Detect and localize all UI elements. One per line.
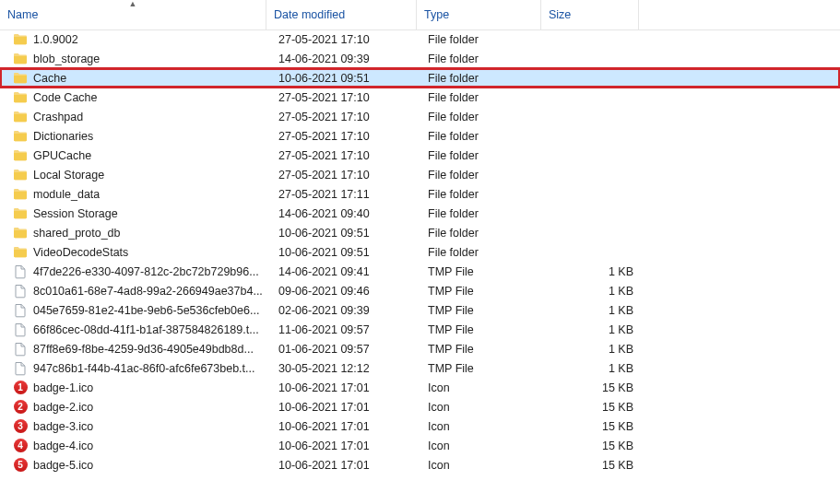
cell-type: File folder xyxy=(420,72,544,85)
item-name: 8c010a61-68e7-4ad8-99a2-266949ae37b4... xyxy=(33,285,263,298)
item-name: badge-2.ico xyxy=(33,401,93,414)
list-item[interactable]: 045e7659-81e2-41be-9eb6-5e536cfeb0e6...0… xyxy=(0,300,840,320)
cell-size: 15 KB xyxy=(544,401,648,414)
folder-icon xyxy=(13,129,28,144)
cell-name: Cache xyxy=(0,71,271,86)
cell-date: 30-05-2021 12:12 xyxy=(271,362,420,375)
cell-type: TMP File xyxy=(420,285,544,298)
cell-name: Session Storage xyxy=(0,206,271,221)
folder-icon xyxy=(13,32,28,47)
item-name: GPUCache xyxy=(33,149,91,162)
file-icon xyxy=(13,361,28,376)
column-header-size[interactable]: Size xyxy=(541,0,638,29)
column-header-name[interactable]: Name ▲ xyxy=(0,0,266,29)
sort-ascending-icon: ▲ xyxy=(129,0,137,8)
list-item[interactable]: 4badge-4.ico10-06-2021 17:01Icon15 KB xyxy=(0,436,840,455)
list-item[interactable]: 947c86b1-f44b-41ac-86f0-afc6fe673beb.t..… xyxy=(0,358,840,378)
item-name: Crashpad xyxy=(33,111,83,123)
file-list[interactable]: 1.0.900227-05-2021 17:10File folderblob_… xyxy=(0,29,840,504)
item-name: module_data xyxy=(33,188,100,201)
item-name: Code Cache xyxy=(33,91,98,104)
cell-name: Code Cache xyxy=(0,90,271,105)
list-item[interactable]: GPUCache27-05-2021 17:10File folder xyxy=(0,146,840,165)
cell-date: 10-06-2021 17:01 xyxy=(271,459,420,472)
list-item[interactable]: Crashpad27-05-2021 17:10File folder xyxy=(0,107,840,126)
cell-type: File folder xyxy=(420,111,544,123)
cell-size: 1 KB xyxy=(544,285,648,298)
item-name: 87ff8e69-f8be-4259-9d36-4905e49bdb8d... xyxy=(33,343,254,356)
column-header-date-label: Date modified xyxy=(274,8,345,21)
folder-icon xyxy=(13,245,28,260)
list-item[interactable]: blob_storage14-06-2021 09:39File folder xyxy=(0,49,840,68)
folder-icon xyxy=(13,71,28,86)
cell-name: 3badge-3.ico xyxy=(0,419,271,434)
folder-icon xyxy=(13,226,28,240)
cell-date: 27-05-2021 17:10 xyxy=(271,33,420,46)
cell-type: File folder xyxy=(420,227,544,240)
cell-type: File folder xyxy=(420,91,544,104)
cell-date: 27-05-2021 17:10 xyxy=(271,111,420,123)
cell-size: 1 KB xyxy=(544,323,648,336)
list-item[interactable]: shared_proto_db10-06-2021 09:51File fold… xyxy=(0,223,840,242)
cell-date: 27-05-2021 17:10 xyxy=(271,91,420,104)
list-item[interactable]: module_data27-05-2021 17:11File folder xyxy=(0,184,840,204)
list-item[interactable]: Dictionaries27-05-2021 17:10File folder xyxy=(0,126,840,146)
list-item[interactable]: 87ff8e69-f8be-4259-9d36-4905e49bdb8d...0… xyxy=(0,339,840,358)
list-item[interactable]: 66f86cec-08dd-41f1-b1af-387584826189.t..… xyxy=(0,320,840,339)
list-item[interactable]: Code Cache27-05-2021 17:10File folder xyxy=(0,88,840,107)
cell-name: Crashpad xyxy=(0,110,271,124)
cell-type: File folder xyxy=(420,149,544,162)
cell-date: 10-06-2021 17:01 xyxy=(271,401,420,414)
folder-icon xyxy=(13,206,28,221)
list-item[interactable]: 4f7de226-e330-4097-812c-2bc72b729b96...1… xyxy=(0,262,840,281)
cell-type: File folder xyxy=(420,246,544,259)
cell-name: 5badge-5.ico xyxy=(0,458,271,473)
item-name: 947c86b1-f44b-41ac-86f0-afc6fe673beb.t..… xyxy=(33,362,254,375)
item-name: blob_storage xyxy=(33,53,100,65)
cell-name: 2badge-2.ico xyxy=(0,400,271,415)
badge-icon: 4 xyxy=(13,439,28,453)
column-header-type[interactable]: Type xyxy=(417,0,540,29)
cell-date: 10-06-2021 17:01 xyxy=(271,420,420,433)
cell-name: 87ff8e69-f8be-4259-9d36-4905e49bdb8d... xyxy=(0,342,271,357)
cell-type: File folder xyxy=(420,207,544,220)
list-item[interactable]: VideoDecodeStats10-06-2021 09:51File fol… xyxy=(0,242,840,262)
cell-name: blob_storage xyxy=(0,52,271,66)
folder-icon xyxy=(13,168,28,182)
list-item[interactable]: 8c010a61-68e7-4ad8-99a2-266949ae37b4...0… xyxy=(0,281,840,300)
cell-name: Dictionaries xyxy=(0,129,271,144)
folder-icon xyxy=(13,148,28,163)
cell-date: 14-06-2021 09:41 xyxy=(271,265,420,278)
cell-date: 14-06-2021 09:39 xyxy=(271,53,420,65)
cell-type: TMP File xyxy=(420,343,544,356)
list-item[interactable]: 1.0.900227-05-2021 17:10File folder xyxy=(0,29,840,49)
cell-name: Local Storage xyxy=(0,168,271,182)
file-icon xyxy=(13,303,28,318)
cell-name: 045e7659-81e2-41be-9eb6-5e536cfeb0e6... xyxy=(0,303,271,318)
item-name: Local Storage xyxy=(33,169,104,182)
cell-size: 15 KB xyxy=(544,440,648,452)
list-item[interactable]: 3badge-3.ico10-06-2021 17:01Icon15 KB xyxy=(0,416,840,436)
cell-date: 10-06-2021 09:51 xyxy=(271,227,420,240)
item-name: Session Storage xyxy=(33,207,118,220)
cell-name: 4badge-4.ico xyxy=(0,439,271,453)
cell-date: 09-06-2021 09:46 xyxy=(271,285,420,298)
cell-date: 10-06-2021 17:01 xyxy=(271,440,420,452)
cell-date: 27-05-2021 17:10 xyxy=(271,130,420,143)
cell-date: 10-06-2021 17:01 xyxy=(271,381,420,394)
list-item[interactable]: 1badge-1.ico10-06-2021 17:01Icon15 KB xyxy=(0,378,840,397)
column-header-name-label: Name xyxy=(7,8,38,21)
item-name: badge-3.ico xyxy=(33,420,93,433)
list-item[interactable]: Local Storage27-05-2021 17:10File folder xyxy=(0,165,840,184)
cell-name: 1.0.9002 xyxy=(0,32,271,47)
list-item[interactable]: Cache10-06-2021 09:51File folder xyxy=(0,68,840,88)
list-item[interactable]: 2badge-2.ico10-06-2021 17:01Icon15 KB xyxy=(0,397,840,416)
item-name: badge-1.ico xyxy=(33,381,93,394)
column-header-date[interactable]: Date modified xyxy=(266,0,416,29)
column-header-type-label: Type xyxy=(424,8,449,21)
cell-type: Icon xyxy=(420,440,544,452)
badge-icon: 5 xyxy=(13,458,28,473)
list-item[interactable]: Session Storage14-06-2021 09:40File fold… xyxy=(0,204,840,223)
list-item[interactable]: 5badge-5.ico10-06-2021 17:01Icon15 KB xyxy=(0,455,840,475)
cell-type: Icon xyxy=(420,459,544,472)
